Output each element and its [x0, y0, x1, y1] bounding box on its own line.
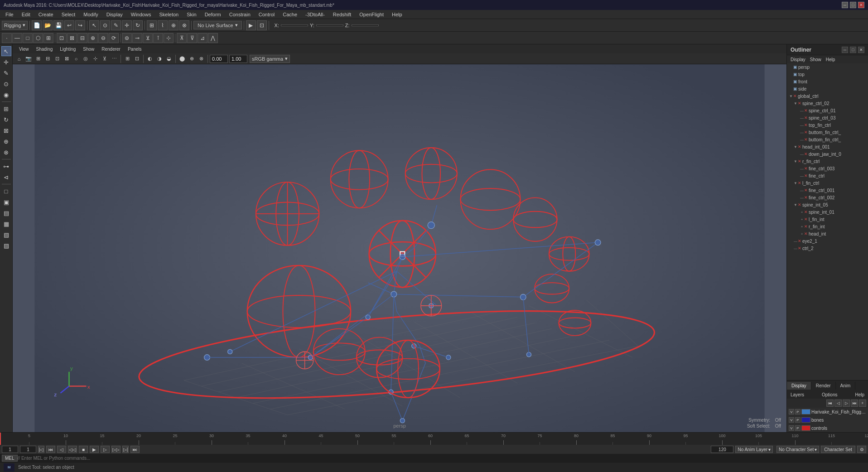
x-value[interactable] — [281, 24, 308, 26]
menu-constrain[interactable]: Constrain — [226, 11, 254, 18]
viewport-canvas[interactable]: x y z persp Symmetry: Off Soft Select: O… — [13, 64, 786, 432]
layer-row-controls[interactable]: V P controls — [787, 424, 868, 432]
tree-item-global-ctrl[interactable]: ▼ ✕ global_ctrl — [787, 92, 868, 100]
menu-file[interactable]: File — [2, 11, 17, 18]
vm-shading[interactable]: Shading — [34, 46, 56, 53]
menu-openflight[interactable]: OpenFlight — [356, 11, 387, 18]
ol-menu-show[interactable]: Show — [808, 56, 823, 63]
vt2-display-options[interactable]: ⊡ — [132, 54, 141, 63]
tree-item-fine-ctrl[interactable]: — ✕ fine_ctrl — [787, 172, 868, 179]
merge-btn[interactable]: ⊹ — [164, 33, 174, 43]
new-scene-btn[interactable]: 📄 — [32, 20, 42, 30]
tree-item-buttom-fin-ctrl-2[interactable]: — ✕ buttom_fin_ctrl_ — [787, 136, 868, 143]
vt2-camera[interactable]: 📷 — [24, 54, 33, 63]
universal-tool-lt[interactable]: ⊕ — [1, 136, 11, 146]
undo-btn[interactable]: ↩ — [64, 20, 74, 30]
bevel-btn[interactable]: ⊿ — [198, 33, 207, 43]
outliner-tree[interactable]: ▣ persp ▣ top ▣ front ▣ side ▼ ✕ — [787, 63, 868, 380]
paint-tool-lt[interactable]: ✎ — [1, 68, 11, 78]
snap-surface-btn[interactable]: ⊗ — [179, 20, 189, 30]
snap-grid-btn[interactable]: ⊞ — [147, 20, 157, 30]
rotate-btn[interactable]: ↻ — [133, 20, 143, 30]
layer-row-bones[interactable]: V P bones — [787, 416, 868, 424]
stop-btn[interactable]: ■ — [79, 446, 88, 453]
slide-edge-btn[interactable]: ⊻ — [143, 33, 153, 43]
menu-modify[interactable]: Modify — [80, 11, 101, 18]
layer-v-btn-bones[interactable]: V — [789, 417, 794, 423]
tree-item-head-int-001[interactable]: ▼ ✕ head_int_001 — [787, 143, 868, 150]
snap-point-btn[interactable]: ⊕ — [169, 20, 178, 30]
box6-lt[interactable]: ▨ — [1, 241, 11, 250]
tree-item-persp[interactable]: ▣ persp — [787, 63, 868, 71]
play-back-btn[interactable]: ◁◁ — [68, 446, 77, 453]
menu-select[interactable]: Select — [58, 11, 79, 18]
vt2-home[interactable]: ⌂ — [14, 54, 24, 63]
tab-display[interactable]: Display — [787, 382, 811, 390]
tree-item-fine-ctrl-001[interactable]: — ✕ fine_ctrl_001 — [787, 187, 868, 194]
range-end-input[interactable] — [711, 446, 733, 453]
box2-lt[interactable]: ▣ — [1, 197, 11, 207]
poly-ring-btn[interactable]: ⊟ — [77, 33, 87, 43]
command-input[interactable] — [18, 456, 866, 461]
character-set-btn[interactable]: Character Set — [821, 446, 855, 453]
tree-item-head-int[interactable]: + ✕ head_int — [787, 230, 868, 237]
ol-menu-display[interactable]: Display — [789, 56, 807, 63]
timeline-settings-btn[interactable]: ⚙ — [857, 446, 866, 453]
vt2-color2[interactable]: ◑ — [155, 54, 164, 63]
snap-curve-btn[interactable]: ⌇ — [158, 20, 168, 30]
minimize-btn[interactable]: ─ — [842, 2, 848, 8]
layer-add-btn[interactable]: + — [859, 400, 866, 407]
tree-item-spine-ctrl-03[interactable]: — ✕ spine_ctrl_03 — [787, 114, 868, 121]
exposure-value[interactable]: 0.00 — [210, 55, 228, 63]
tree-item-top-fin-ctrl[interactable]: — ✕ top_fin_ctrl — [787, 121, 868, 129]
object-btn[interactable]: ⬡ — [33, 33, 43, 43]
layer-v-btn-main[interactable]: V — [789, 409, 794, 414]
tree-item-buttom-fin-ctrl-1[interactable]: — ✕ buttom_fin_ctrl_ — [787, 129, 868, 136]
soft-mod-lt[interactable]: ⊗ — [1, 147, 11, 157]
vertex-btn[interactable]: · — [2, 33, 12, 43]
vt2-bg-color[interactable]: ⬤ — [178, 54, 187, 63]
soft-sel-btn[interactable]: ⊜ — [122, 33, 132, 43]
tree-item-r-fin-ctrl[interactable]: ▼ ✕ r_fin_ctrl — [787, 158, 868, 165]
close-btn[interactable]: ✕ — [858, 2, 864, 8]
tree-item-l-fin-int[interactable]: + ✕ l_fin_int — [787, 216, 868, 223]
menu-skeleton[interactable]: Skeleton — [155, 11, 182, 18]
vm-panels[interactable]: Panels — [125, 46, 145, 53]
outliner-close[interactable]: ✕ — [858, 47, 864, 53]
rewind-btn[interactable]: ⏮ — [46, 446, 55, 453]
face-btn[interactable]: □ — [23, 33, 33, 43]
menu-help[interactable]: Help — [388, 11, 406, 18]
layer-step-fwd-btn[interactable]: ▷ — [843, 400, 850, 407]
layer-color-bones[interactable] — [801, 417, 810, 423]
layer-v-btn-controls[interactable]: V — [789, 425, 794, 431]
maximize-btn[interactable]: □ — [850, 2, 856, 8]
vt2-hud[interactable]: ⊹ — [91, 54, 100, 63]
poly-loop-btn[interactable]: ⊠ — [67, 33, 77, 43]
tree-item-fine-ctrl-002[interactable]: — ✕ fine_ctrl_002 — [787, 194, 868, 201]
ipr-btn[interactable]: ⊡ — [257, 20, 267, 30]
layers-menu-help[interactable]: Help — [853, 391, 866, 398]
bridge-btn[interactable]: ⊽ — [187, 33, 197, 43]
menu-3dtoall[interactable]: -3DtoAll- — [302, 11, 328, 18]
menu-skin[interactable]: Skin — [183, 11, 200, 18]
outliner-maximize[interactable]: □ — [850, 47, 856, 53]
next-key-btn[interactable]: ▷| — [122, 446, 129, 453]
menu-edit[interactable]: Edit — [18, 11, 34, 18]
vt2-isolate[interactable]: ◎ — [81, 54, 90, 63]
convert-sel-btn[interactable]: ⟳ — [109, 33, 119, 43]
layer-step-back-btn[interactable]: ◁ — [834, 400, 842, 407]
tree-item-down-jaw[interactable]: — ✕ down_jaw_int_0 — [787, 150, 868, 158]
tree-item-top[interactable]: ▣ top — [787, 71, 868, 78]
no-anim-layer-dropdown[interactable]: No Anim Layer ▾ — [735, 446, 773, 453]
select-arrow-tool[interactable]: ↖ — [1, 46, 11, 56]
last-frame-btn[interactable]: ⏭ — [130, 446, 140, 453]
transform-tool-lt[interactable]: ⊞ — [1, 104, 11, 114]
box1-lt[interactable]: □ — [1, 186, 11, 196]
tree-item-spine-ctrl-02[interactable]: ▼ ✕ spine_ctrl_02 — [787, 100, 868, 107]
box4-lt[interactable]: ▦ — [1, 219, 11, 229]
step-back-btn[interactable]: ◁ — [57, 446, 66, 453]
box3-lt[interactable]: ▤ — [1, 208, 11, 218]
no-character-set-dropdown[interactable]: No Character Set ▾ — [776, 446, 819, 453]
timeline-ruler[interactable]: 5101520253035404550556065707580859095100… — [0, 433, 868, 445]
vt2-obj[interactable]: ○ — [72, 54, 81, 63]
